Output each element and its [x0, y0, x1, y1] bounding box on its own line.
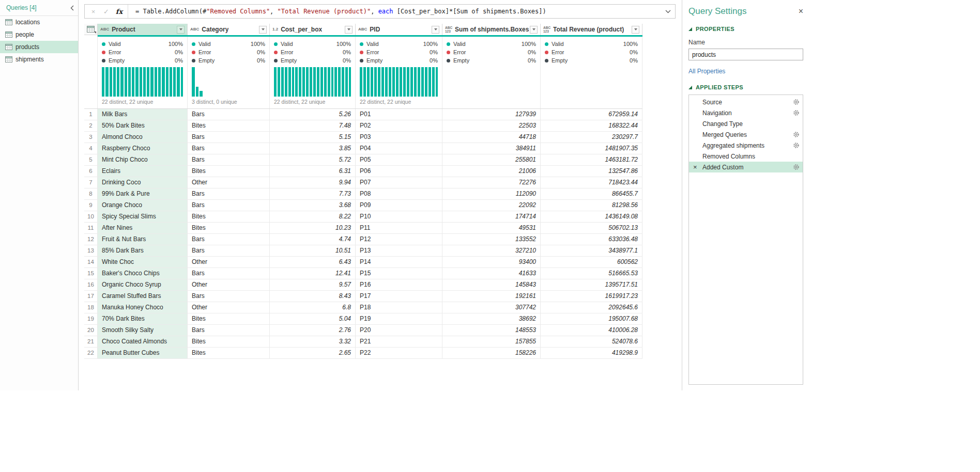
- column-type-icon[interactable]: ABC123: [543, 26, 550, 33]
- cell-pid[interactable]: P13: [356, 245, 442, 256]
- cell-sum-of-shipments-boxes[interactable]: 21006: [442, 166, 541, 177]
- row-number[interactable]: 3: [84, 132, 98, 143]
- row-number[interactable]: 21: [84, 336, 98, 347]
- applied-step-changed-type[interactable]: Changed Type: [689, 118, 803, 129]
- cell-category[interactable]: Bars: [188, 188, 270, 199]
- cell-product[interactable]: Fruit & Nut Bars: [98, 234, 188, 245]
- filter-button[interactable]: [177, 26, 185, 34]
- cell-category[interactable]: Bars: [188, 143, 270, 154]
- cell-sum-of-shipments-boxes[interactable]: 41633: [442, 268, 541, 279]
- cell-category[interactable]: Other: [188, 302, 270, 313]
- cell-sum-of-shipments-boxes[interactable]: 22092: [442, 200, 541, 211]
- column-header-pid[interactable]: ABCPID: [356, 24, 442, 35]
- cell-product[interactable]: White Choc: [98, 257, 188, 268]
- cell-sum-of-shipments-boxes[interactable]: 44718: [442, 132, 541, 143]
- cell-category[interactable]: Other: [188, 279, 270, 290]
- cell-category[interactable]: Bites: [188, 211, 270, 222]
- cell-pid[interactable]: P03: [356, 132, 442, 143]
- column-type-icon[interactable]: ABC: [358, 27, 367, 32]
- cell-pid[interactable]: P18: [356, 302, 442, 313]
- row-number[interactable]: 4: [84, 143, 98, 154]
- cell-total-revenue-product[interactable]: 195007.68: [541, 313, 642, 324]
- applied-steps-section-header[interactable]: APPLIED STEPS: [688, 84, 803, 90]
- row-number[interactable]: 15: [84, 268, 98, 279]
- cell-cost-per-box[interactable]: 5.15: [270, 132, 356, 143]
- applied-step-merged-queries[interactable]: Merged Queries: [689, 129, 803, 140]
- cell-sum-of-shipments-boxes[interactable]: 157855: [442, 336, 541, 347]
- cell-sum-of-shipments-boxes[interactable]: 38692: [442, 313, 541, 324]
- step-settings-button[interactable]: [793, 142, 800, 149]
- filter-button[interactable]: [259, 26, 267, 34]
- cell-cost-per-box[interactable]: 3.68: [270, 200, 356, 211]
- cell-cost-per-box[interactable]: 6.31: [270, 166, 356, 177]
- cell-total-revenue-product[interactable]: 516665.53: [541, 268, 642, 279]
- applied-step-added-custom[interactable]: ×Added Custom: [689, 162, 803, 172]
- cell-cost-per-box[interactable]: 2.76: [270, 325, 356, 336]
- cell-cost-per-box[interactable]: 2.65: [270, 348, 356, 358]
- applied-step-removed-columns[interactable]: Removed Columns: [689, 151, 803, 162]
- cell-total-revenue-product[interactable]: 633036.48: [541, 234, 642, 245]
- step-settings-button[interactable]: [793, 164, 800, 170]
- filter-button[interactable]: [345, 26, 353, 34]
- cell-sum-of-shipments-boxes[interactable]: 327210: [442, 245, 541, 256]
- collapse-pane-button[interactable]: [70, 5, 74, 11]
- column-type-icon[interactable]: ABC: [190, 27, 199, 32]
- cell-category[interactable]: Bars: [188, 325, 270, 336]
- cell-cost-per-box[interactable]: 6.43: [270, 257, 356, 268]
- cell-total-revenue-product[interactable]: 81298.56: [541, 200, 642, 211]
- cell-sum-of-shipments-boxes[interactable]: 127939: [442, 109, 541, 120]
- cell-cost-per-box[interactable]: 10.51: [270, 245, 356, 256]
- cell-pid[interactable]: P14: [356, 257, 442, 268]
- cell-product[interactable]: Caramel Stuffed Bars: [98, 291, 188, 302]
- row-number[interactable]: 12: [84, 234, 98, 245]
- cell-product[interactable]: Organic Choco Syrup: [98, 279, 188, 290]
- cell-cost-per-box[interactable]: 5.04: [270, 313, 356, 324]
- column-header-category[interactable]: ABCCategory: [188, 24, 270, 35]
- fx-add-step-button[interactable]: fx: [113, 8, 126, 15]
- cell-total-revenue-product[interactable]: 1619917.23: [541, 291, 642, 302]
- cell-total-revenue-product[interactable]: 410006.28: [541, 325, 642, 336]
- applied-step-navigation[interactable]: Navigation: [689, 107, 803, 118]
- cell-category[interactable]: Bars: [188, 154, 270, 165]
- cell-product[interactable]: Baker's Choco Chips: [98, 268, 188, 279]
- applied-step-source[interactable]: Source: [689, 97, 803, 107]
- cell-total-revenue-product[interactable]: 1395717.51: [541, 279, 642, 290]
- row-number[interactable]: 1: [84, 109, 98, 120]
- cell-total-revenue-product[interactable]: 419298.9: [541, 348, 642, 358]
- delete-step-icon[interactable]: ×: [693, 164, 697, 170]
- row-number[interactable]: 8: [84, 188, 98, 199]
- cell-cost-per-box[interactable]: 4.74: [270, 234, 356, 245]
- cell-cost-per-box[interactable]: 5.72: [270, 154, 356, 165]
- cell-cost-per-box[interactable]: 10.23: [270, 223, 356, 233]
- cell-cost-per-box[interactable]: 7.73: [270, 188, 356, 199]
- formula-input[interactable]: = Table.AddColumn(#"Removed Columns", "T…: [128, 8, 661, 15]
- row-number[interactable]: 18: [84, 302, 98, 313]
- cell-category[interactable]: Bites: [188, 348, 270, 358]
- cell-product[interactable]: Orange Choco: [98, 200, 188, 211]
- expand-formula-bar-button[interactable]: [661, 10, 675, 13]
- cell-cost-per-box[interactable]: 8.43: [270, 291, 356, 302]
- step-settings-button[interactable]: [793, 99, 800, 105]
- cell-sum-of-shipments-boxes[interactable]: 307742: [442, 302, 541, 313]
- cell-category[interactable]: Other: [188, 257, 270, 268]
- sidebar-item-products[interactable]: products: [0, 41, 78, 53]
- column-header-total-revenue-product[interactable]: ABC123Total Revenue (product): [541, 24, 642, 35]
- cell-product[interactable]: After Nines: [98, 223, 188, 233]
- cell-pid[interactable]: P21: [356, 336, 442, 347]
- cell-pid[interactable]: P06: [356, 166, 442, 177]
- column-type-icon[interactable]: ABC123: [445, 26, 452, 33]
- cell-category[interactable]: Bars: [188, 268, 270, 279]
- cell-pid[interactable]: P10: [356, 211, 442, 222]
- cell-total-revenue-product[interactable]: 2092645.6: [541, 302, 642, 313]
- step-settings-button[interactable]: [793, 131, 800, 138]
- column-header-cost-per-box[interactable]: 1.2Cost_per_box: [270, 24, 356, 35]
- cell-sum-of-shipments-boxes[interactable]: 133552: [442, 234, 541, 245]
- properties-section-header[interactable]: PROPERTIES: [688, 26, 803, 32]
- cell-sum-of-shipments-boxes[interactable]: 22503: [442, 120, 541, 131]
- cell-pid[interactable]: P20: [356, 325, 442, 336]
- cell-pid[interactable]: P08: [356, 188, 442, 199]
- row-number[interactable]: 17: [84, 291, 98, 302]
- column-header-sum-of-shipments-boxes[interactable]: ABC123Sum of shipments.Boxes: [442, 24, 541, 35]
- cell-sum-of-shipments-boxes[interactable]: 174714: [442, 211, 541, 222]
- cell-total-revenue-product[interactable]: 718423.44: [541, 177, 642, 188]
